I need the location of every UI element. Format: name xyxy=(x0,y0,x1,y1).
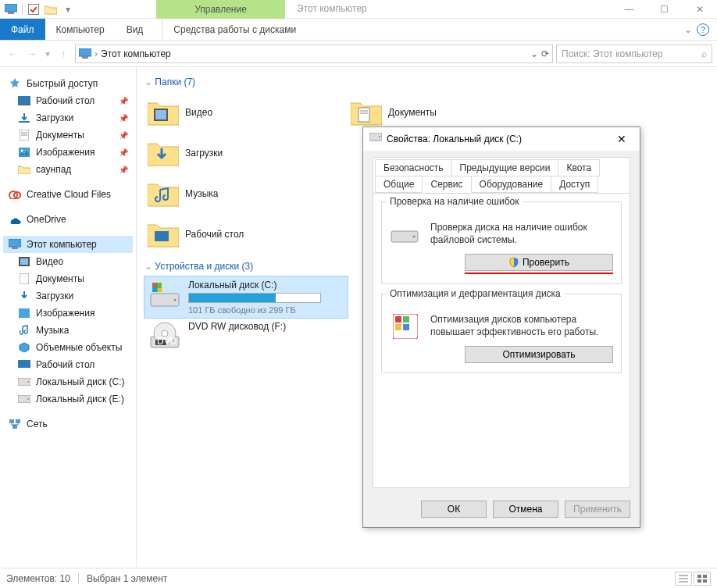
nav-back-button[interactable]: ← xyxy=(5,45,22,62)
star-icon xyxy=(8,77,22,90)
nav-label: Загрузки xyxy=(36,112,73,123)
nav-quick-documents[interactable]: Документы📌 xyxy=(3,127,133,144)
nav-pc-drive-c[interactable]: Локальный диск (C:) xyxy=(3,373,133,390)
check-button[interactable]: Проверить xyxy=(465,254,613,271)
dialog-close-button[interactable]: ✕ xyxy=(610,133,633,145)
desktop-icon xyxy=(17,94,31,107)
cancel-button[interactable]: Отмена xyxy=(493,501,558,518)
nav-quick-pictures[interactable]: Изображения📌 xyxy=(3,144,133,161)
dialog-titlebar[interactable]: Свойства: Локальный диск (C:) ✕ xyxy=(363,127,640,151)
nav-onedrive[interactable]: OneDrive xyxy=(3,211,133,228)
nav-quick-desktop[interactable]: Рабочий стол📌 xyxy=(3,92,133,109)
nav-quick-access[interactable]: Быстрый доступ xyxy=(3,75,133,92)
svg-rect-3 xyxy=(79,48,91,56)
svg-rect-27 xyxy=(16,419,20,423)
highlight-underline xyxy=(465,273,613,274)
svg-rect-62 xyxy=(395,324,401,330)
nav-pc-desktop[interactable]: Рабочий стол xyxy=(3,356,133,373)
svg-rect-40 xyxy=(152,288,157,293)
view-icons-button[interactable] xyxy=(694,572,711,586)
breadcrumb-this-pc[interactable]: Этот компьютер xyxy=(101,48,171,59)
address-input[interactable]: › Этот компьютер ⌄ ⟳ xyxy=(75,45,553,63)
shield-icon xyxy=(508,257,519,268)
tab-previous-versions[interactable]: Предыдущие версии xyxy=(451,159,559,176)
nav-creative-cloud[interactable]: Creative Cloud Files xyxy=(3,186,133,203)
nav-label: Изображения xyxy=(36,308,95,319)
nav-label: Сеть xyxy=(27,419,48,429)
search-input[interactable]: Поиск: Этот компьютер ⌕ xyxy=(556,45,712,63)
qat-dropdown-icon[interactable]: ▾ xyxy=(62,3,74,16)
tab-hardware[interactable]: Оборудование xyxy=(471,176,552,193)
nav-pc-videos[interactable]: Видео xyxy=(3,253,133,270)
status-selected: Выбран 1 элемент xyxy=(87,573,167,584)
svg-text:DVD: DVD xyxy=(157,336,177,347)
ribbon-contextual-tab[interactable]: Средства работы с дисками xyxy=(162,19,307,40)
nav-forward-button[interactable]: → xyxy=(23,45,41,62)
minimize-button[interactable]: — xyxy=(612,0,647,19)
checkbox-icon[interactable] xyxy=(27,3,40,16)
group-folders-header[interactable]: Папки (7) xyxy=(144,73,709,92)
view-details-button[interactable] xyxy=(675,572,692,586)
drive-label: DVD RW дисковод (F:) xyxy=(188,321,343,332)
nav-label: Creative Cloud Files xyxy=(27,189,111,200)
nav-pc-pictures[interactable]: Изображения xyxy=(3,305,133,322)
tab-sharing[interactable]: Доступ xyxy=(551,176,598,193)
nav-quick-downloads[interactable]: Загрузки📌 xyxy=(3,109,133,127)
ribbon-tab-view[interactable]: Вид xyxy=(116,19,155,40)
help-icon[interactable]: ? xyxy=(697,23,709,36)
drive-icon xyxy=(149,280,180,311)
ribbon-tab-computer[interactable]: Компьютер xyxy=(45,19,116,40)
address-dropdown-icon[interactable]: ⌄ xyxy=(530,48,538,59)
nav-pc-music[interactable]: Музыка xyxy=(3,322,133,339)
new-folder-icon[interactable] xyxy=(45,3,57,16)
close-button[interactable]: ✕ xyxy=(682,0,717,19)
ok-button[interactable]: ОК xyxy=(421,501,487,518)
tab-tools[interactable]: Сервис xyxy=(422,176,471,193)
svg-rect-15 xyxy=(9,239,21,247)
svg-rect-20 xyxy=(19,308,30,318)
nav-label: Загрузки xyxy=(36,290,73,301)
nav-pc-3d[interactable]: Объемные объекты xyxy=(3,339,133,356)
folder-icon xyxy=(148,178,179,209)
maximize-button[interactable]: ☐ xyxy=(647,0,682,19)
svg-point-36 xyxy=(174,299,177,301)
folder-videos[interactable]: Видео xyxy=(144,92,348,133)
nav-pc-drive-e[interactable]: Локальный диск (E:) xyxy=(3,390,133,408)
nav-network[interactable]: Сеть xyxy=(3,415,133,433)
tab-panel-tools: Проверка на наличие ошибок Проверка диск… xyxy=(373,193,630,488)
folder-desktop[interactable]: Рабочий стол xyxy=(144,214,348,255)
drive-dvd[interactable]: DVD DVD RW дисковод (F:) xyxy=(144,318,348,355)
refresh-icon[interactable]: ⟳ xyxy=(541,48,549,59)
window-title: Этот компьютер xyxy=(297,3,367,14)
nav-label: Объемные объекты xyxy=(36,342,122,353)
folder-icon xyxy=(148,97,179,128)
svg-rect-21 xyxy=(18,360,30,368)
dvd-icon: DVD xyxy=(149,321,180,352)
nav-label: Быстрый доступ xyxy=(27,78,98,89)
nav-history-dropdown[interactable]: ▾ xyxy=(42,45,53,62)
tab-security[interactable]: Безопасность xyxy=(375,159,452,176)
downloads-icon xyxy=(17,112,31,124)
ribbon: Файл Компьютер Вид Средства работы с дис… xyxy=(0,19,717,41)
titlebar: ▾ Управление Этот компьютер — ☐ ✕ xyxy=(0,0,717,19)
drive-c[interactable]: Локальный диск (C:) 101 ГБ свободно из 2… xyxy=(144,276,348,318)
ribbon-file-tab[interactable]: Файл xyxy=(0,19,45,40)
downloads-icon xyxy=(17,290,31,302)
address-bar: ← → ▾ ↑ › Этот компьютер ⌄ ⟳ Поиск: Этот… xyxy=(0,41,717,67)
drive-icon xyxy=(17,393,31,405)
nav-pc-documents[interactable]: Документы xyxy=(3,270,133,287)
contextual-tab-header: Управление xyxy=(156,0,285,19)
nav-label: Рабочий стол xyxy=(36,95,95,106)
folder-music[interactable]: Музыка xyxy=(144,173,348,214)
nav-this-pc[interactable]: Этот компьютер xyxy=(3,236,133,253)
nav-pc-downloads[interactable]: Загрузки xyxy=(3,287,133,305)
folder-downloads[interactable]: Загрузки xyxy=(144,133,348,173)
optimize-button[interactable]: Оптимизировать xyxy=(465,346,613,363)
ribbon-expand-icon[interactable]: ⌄ xyxy=(684,24,692,35)
nav-quick-soundpad[interactable]: саунпад📌 xyxy=(3,161,133,178)
tab-quota[interactable]: Квота xyxy=(558,159,600,176)
nav-up-button[interactable]: ↑ xyxy=(55,45,72,62)
apply-button[interactable]: Применить xyxy=(565,501,630,518)
pin-icon: 📌 xyxy=(119,166,128,174)
tab-general[interactable]: Общие xyxy=(375,176,423,193)
